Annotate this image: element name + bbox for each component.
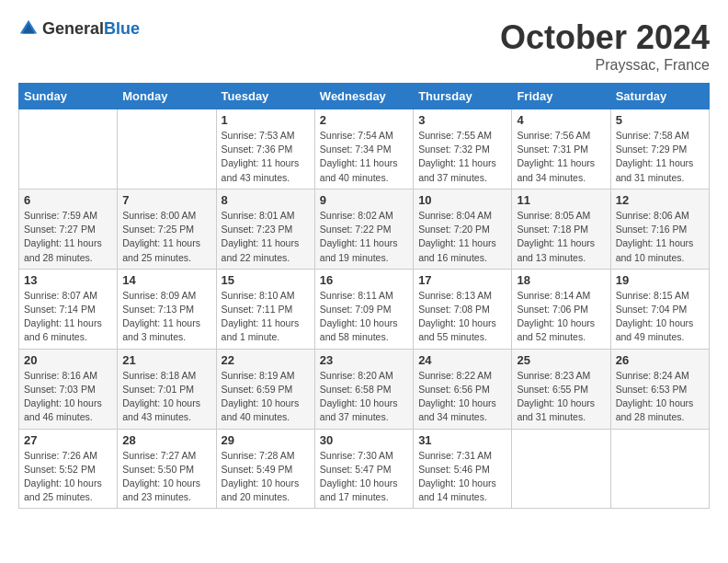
day-info: Sunrise: 8:18 AM Sunset: 7:01 PM Dayligh… <box>122 369 210 425</box>
week-row-3: 13Sunrise: 8:07 AM Sunset: 7:14 PM Dayli… <box>19 269 710 349</box>
header-cell-sunday: Sunday <box>19 84 118 109</box>
logo-text-general: General <box>42 19 104 38</box>
day-info: Sunrise: 8:04 AM Sunset: 7:20 PM Dayligh… <box>418 209 506 265</box>
day-info: Sunrise: 8:02 AM Sunset: 7:22 PM Dayligh… <box>320 209 408 265</box>
day-number: 11 <box>517 193 605 207</box>
day-cell <box>610 429 709 509</box>
day-info: Sunrise: 8:11 AM Sunset: 7:09 PM Dayligh… <box>320 289 408 345</box>
day-info: Sunrise: 7:54 AM Sunset: 7:34 PM Dayligh… <box>320 129 408 185</box>
logo-icon <box>18 18 39 39</box>
day-cell <box>512 429 610 509</box>
day-info: Sunrise: 7:58 AM Sunset: 7:29 PM Dayligh… <box>616 129 704 185</box>
page-header: GeneralBlue October 2024 Prayssac, Franc… <box>18 18 710 74</box>
day-number: 25 <box>517 353 605 367</box>
day-info: Sunrise: 7:28 AM Sunset: 5:49 PM Dayligh… <box>222 449 310 505</box>
day-number: 23 <box>320 353 408 367</box>
week-row-2: 6Sunrise: 7:59 AM Sunset: 7:27 PM Daylig… <box>19 189 710 269</box>
day-number: 8 <box>222 193 310 207</box>
day-cell: 9Sunrise: 8:02 AM Sunset: 7:22 PM Daylig… <box>314 189 413 269</box>
day-cell: 18Sunrise: 8:14 AM Sunset: 7:06 PM Dayli… <box>512 269 610 349</box>
day-cell <box>118 109 216 190</box>
day-cell: 7Sunrise: 8:00 AM Sunset: 7:25 PM Daylig… <box>118 189 216 269</box>
day-number: 13 <box>24 273 112 287</box>
day-number: 3 <box>418 113 506 127</box>
day-info: Sunrise: 7:53 AM Sunset: 7:36 PM Dayligh… <box>222 129 310 185</box>
day-cell: 2Sunrise: 7:54 AM Sunset: 7:34 PM Daylig… <box>314 109 413 190</box>
day-number: 17 <box>418 273 506 287</box>
day-number: 4 <box>517 113 605 127</box>
day-cell: 16Sunrise: 8:11 AM Sunset: 7:09 PM Dayli… <box>314 269 413 349</box>
day-number: 19 <box>616 273 704 287</box>
day-number: 2 <box>320 113 408 127</box>
logo-text-blue: Blue <box>104 19 140 38</box>
header-cell-friday: Friday <box>512 84 610 109</box>
day-cell: 1Sunrise: 7:53 AM Sunset: 7:36 PM Daylig… <box>216 109 314 190</box>
day-info: Sunrise: 8:14 AM Sunset: 7:06 PM Dayligh… <box>517 289 605 345</box>
day-number: 21 <box>122 353 210 367</box>
day-cell: 11Sunrise: 8:05 AM Sunset: 7:18 PM Dayli… <box>512 189 610 269</box>
calendar-table: SundayMondayTuesdayWednesdayThursdayFrid… <box>18 83 710 509</box>
day-cell: 20Sunrise: 8:16 AM Sunset: 7:03 PM Dayli… <box>19 349 118 429</box>
day-cell: 21Sunrise: 8:18 AM Sunset: 7:01 PM Dayli… <box>118 349 216 429</box>
day-info: Sunrise: 8:06 AM Sunset: 7:16 PM Dayligh… <box>616 209 704 265</box>
day-info: Sunrise: 8:09 AM Sunset: 7:13 PM Dayligh… <box>122 289 210 345</box>
day-number: 26 <box>616 353 704 367</box>
day-cell: 31Sunrise: 7:31 AM Sunset: 5:46 PM Dayli… <box>414 429 512 509</box>
day-info: Sunrise: 8:07 AM Sunset: 7:14 PM Dayligh… <box>24 289 112 345</box>
header-cell-saturday: Saturday <box>610 84 709 109</box>
day-cell: 19Sunrise: 8:15 AM Sunset: 7:04 PM Dayli… <box>610 269 709 349</box>
day-cell: 17Sunrise: 8:13 AM Sunset: 7:08 PM Dayli… <box>414 269 512 349</box>
day-number: 6 <box>24 193 112 207</box>
day-cell: 23Sunrise: 8:20 AM Sunset: 6:58 PM Dayli… <box>314 349 413 429</box>
day-cell: 22Sunrise: 8:19 AM Sunset: 6:59 PM Dayli… <box>216 349 314 429</box>
day-number: 28 <box>122 433 210 447</box>
day-info: Sunrise: 7:27 AM Sunset: 5:50 PM Dayligh… <box>122 449 210 505</box>
header-row: SundayMondayTuesdayWednesdayThursdayFrid… <box>19 84 710 109</box>
day-cell: 29Sunrise: 7:28 AM Sunset: 5:49 PM Dayli… <box>216 429 314 509</box>
day-number: 29 <box>222 433 310 447</box>
day-cell: 27Sunrise: 7:26 AM Sunset: 5:52 PM Dayli… <box>19 429 118 509</box>
day-info: Sunrise: 8:22 AM Sunset: 6:56 PM Dayligh… <box>418 369 506 425</box>
day-number: 20 <box>24 353 112 367</box>
day-cell: 26Sunrise: 8:24 AM Sunset: 6:53 PM Dayli… <box>610 349 709 429</box>
week-row-1: 1Sunrise: 7:53 AM Sunset: 7:36 PM Daylig… <box>19 109 710 190</box>
day-cell: 28Sunrise: 7:27 AM Sunset: 5:50 PM Dayli… <box>118 429 216 509</box>
day-cell: 30Sunrise: 7:30 AM Sunset: 5:47 PM Dayli… <box>314 429 413 509</box>
month-title: October 2024 <box>500 18 710 57</box>
week-row-4: 20Sunrise: 8:16 AM Sunset: 7:03 PM Dayli… <box>19 349 710 429</box>
day-number: 24 <box>418 353 506 367</box>
day-number: 31 <box>418 433 506 447</box>
day-info: Sunrise: 8:00 AM Sunset: 7:25 PM Dayligh… <box>122 209 210 265</box>
logo: GeneralBlue <box>18 18 140 39</box>
day-info: Sunrise: 7:30 AM Sunset: 5:47 PM Dayligh… <box>320 449 408 505</box>
day-cell: 4Sunrise: 7:56 AM Sunset: 7:31 PM Daylig… <box>512 109 610 190</box>
title-area: October 2024 Prayssac, France <box>500 18 710 74</box>
week-row-5: 27Sunrise: 7:26 AM Sunset: 5:52 PM Dayli… <box>19 429 710 509</box>
day-number: 16 <box>320 273 408 287</box>
day-info: Sunrise: 8:15 AM Sunset: 7:04 PM Dayligh… <box>616 289 704 345</box>
day-number: 1 <box>222 113 310 127</box>
day-info: Sunrise: 8:23 AM Sunset: 6:55 PM Dayligh… <box>517 369 605 425</box>
day-number: 7 <box>122 193 210 207</box>
day-cell <box>19 109 118 190</box>
day-number: 27 <box>24 433 112 447</box>
day-info: Sunrise: 8:13 AM Sunset: 7:08 PM Dayligh… <box>418 289 506 345</box>
day-cell: 24Sunrise: 8:22 AM Sunset: 6:56 PM Dayli… <box>414 349 512 429</box>
day-info: Sunrise: 7:31 AM Sunset: 5:46 PM Dayligh… <box>418 449 506 505</box>
day-number: 18 <box>517 273 605 287</box>
day-number: 10 <box>418 193 506 207</box>
day-cell: 13Sunrise: 8:07 AM Sunset: 7:14 PM Dayli… <box>19 269 118 349</box>
day-number: 14 <box>122 273 210 287</box>
day-cell: 3Sunrise: 7:55 AM Sunset: 7:32 PM Daylig… <box>414 109 512 190</box>
day-cell: 25Sunrise: 8:23 AM Sunset: 6:55 PM Dayli… <box>512 349 610 429</box>
day-info: Sunrise: 7:56 AM Sunset: 7:31 PM Dayligh… <box>517 129 605 185</box>
day-info: Sunrise: 8:19 AM Sunset: 6:59 PM Dayligh… <box>222 369 310 425</box>
day-number: 22 <box>222 353 310 367</box>
day-number: 30 <box>320 433 408 447</box>
day-number: 12 <box>616 193 704 207</box>
day-cell: 8Sunrise: 8:01 AM Sunset: 7:23 PM Daylig… <box>216 189 314 269</box>
day-info: Sunrise: 8:10 AM Sunset: 7:11 PM Dayligh… <box>222 289 310 345</box>
day-info: Sunrise: 7:55 AM Sunset: 7:32 PM Dayligh… <box>418 129 506 185</box>
day-info: Sunrise: 7:59 AM Sunset: 7:27 PM Dayligh… <box>24 209 112 265</box>
day-info: Sunrise: 8:20 AM Sunset: 6:58 PM Dayligh… <box>320 369 408 425</box>
